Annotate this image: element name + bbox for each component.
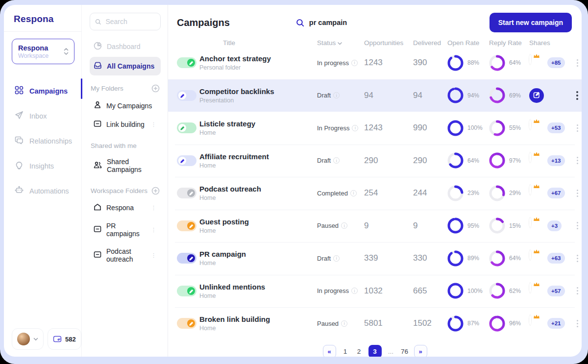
pagination-page-3[interactable]: 3: [368, 345, 382, 357]
info-icon[interactable]: i: [333, 255, 340, 262]
row-menu-icon[interactable]: [572, 287, 582, 294]
start-new-campaign-button[interactable]: Start new campaign: [490, 13, 572, 32]
campaign-toggle[interactable]: [177, 122, 196, 133]
campaign-row[interactable]: Guest posting Home Paused i 9 9 95% 15% …: [168, 210, 582, 243]
campaign-toggle[interactable]: [177, 286, 196, 296]
pagination-page-76[interactable]: 76: [400, 348, 409, 355]
donut-chart: [489, 120, 505, 136]
shares-count-badge[interactable]: +13: [547, 155, 565, 166]
avatar: [529, 185, 531, 195]
shares-count-badge[interactable]: +85: [547, 57, 565, 68]
shares-count-badge[interactable]: +3: [547, 220, 562, 231]
row-menu-icon[interactable]: [572, 255, 582, 262]
workspace-label: Workspace: [18, 52, 49, 59]
reply-rate-cell: 69%: [489, 87, 529, 103]
status-cell: Completed i: [317, 190, 364, 197]
campaign-row[interactable]: Anchor text strategy Personal folder In …: [168, 47, 582, 79]
folder-item-dashboard[interactable]: Dashboard: [90, 37, 161, 56]
info-icon[interactable]: i: [333, 157, 340, 164]
info-icon[interactable]: i: [341, 222, 347, 229]
info-icon[interactable]: i: [352, 125, 358, 131]
campaign-row[interactable]: PR campaign Home Draft i 339 330 89% 64%…: [168, 242, 582, 275]
shares-count-badge[interactable]: +21: [547, 318, 565, 329]
campaign-search[interactable]: [296, 19, 490, 27]
row-menu-icon[interactable]: [572, 320, 582, 327]
add-folder-button[interactable]: [151, 187, 160, 195]
donut-chart: [489, 55, 505, 71]
folder-search-input[interactable]: [105, 18, 155, 25]
folder-menu-icon[interactable]: ⋮: [151, 121, 157, 128]
row-menu-icon[interactable]: [572, 124, 582, 132]
campaign-toggle[interactable]: [177, 220, 196, 231]
campaign-row[interactable]: Broken link building Home Paused i 5801 …: [168, 307, 582, 340]
send-icon: [15, 111, 24, 121]
campaign-toggle[interactable]: [177, 90, 196, 101]
campaign-row[interactable]: Competitor backlinks Presentation Draft …: [168, 79, 582, 112]
col-status[interactable]: Status: [317, 39, 364, 47]
sidebar-item-inbox[interactable]: Inbox: [4, 106, 81, 126]
folder-item-pr-campaigns[interactable]: PR campaigns⋮: [90, 218, 161, 242]
folder-section-header: Workspace Folders: [91, 187, 160, 195]
shares-count-badge[interactable]: +63: [547, 253, 565, 264]
add-folder-button[interactable]: [151, 84, 160, 93]
info-icon[interactable]: i: [341, 320, 347, 327]
sidebar-item-relationships[interactable]: Relationships: [4, 131, 81, 151]
campaign-search-input[interactable]: [309, 19, 417, 26]
reply-rate-value: 97%: [509, 157, 521, 164]
sidebar-item-automations[interactable]: Automations: [4, 181, 81, 201]
campaign-folder: Home: [199, 162, 317, 169]
campaign-title: Broken link building: [199, 315, 317, 323]
row-menu-icon[interactable]: [572, 91, 582, 100]
row-menu-icon[interactable]: [572, 222, 582, 229]
campaign-toggle[interactable]: [177, 253, 196, 264]
campaign-toggle[interactable]: [177, 188, 196, 198]
row-menu-icon[interactable]: [572, 157, 582, 164]
campaign-toggle[interactable]: [177, 57, 196, 68]
row-menu-icon[interactable]: [572, 59, 582, 67]
shares-cell: +67: [529, 186, 572, 200]
row-menu-icon[interactable]: [572, 190, 582, 197]
pagination-next-button[interactable]: »: [414, 345, 427, 357]
opportunities-value: 254: [364, 188, 413, 198]
info-icon[interactable]: i: [351, 288, 358, 294]
pagination-page-1[interactable]: 1: [341, 348, 350, 355]
folder-item-all-campaigns[interactable]: All Campaigns: [90, 57, 161, 75]
campaign-folder: Home: [199, 292, 317, 299]
workspace-selector[interactable]: Respona Workspace: [12, 39, 74, 64]
pagination-page-2[interactable]: 2: [355, 348, 364, 355]
info-icon[interactable]: i: [350, 190, 357, 196]
profile-button[interactable]: [12, 328, 44, 350]
info-icon[interactable]: i: [351, 60, 358, 66]
shares-count-badge[interactable]: +53: [547, 122, 565, 133]
campaign-row[interactable]: Podcast outreach Home Completed i 254 24…: [168, 177, 582, 210]
delivered-value: 390: [413, 58, 447, 68]
folder-item-shared-campaigns[interactable]: Shared Campaigns: [90, 153, 161, 178]
sidebar-item-campaigns[interactable]: Campaigns: [4, 81, 81, 101]
folder-item-respona[interactable]: Respona⋮: [90, 199, 161, 217]
opportunities-value: 339: [364, 253, 413, 263]
credits-button[interactable]: 582: [48, 328, 81, 350]
campaign-row[interactable]: Unlinked mentions Home In progress i 103…: [168, 275, 582, 308]
delivered-value: 1502: [413, 318, 447, 328]
pagination-prev-button[interactable]: «: [323, 345, 336, 357]
campaign-toggle[interactable]: [177, 155, 196, 166]
folder-item-podcast-outreach[interactable]: Podcast outreach⋮: [90, 243, 161, 267]
edit-campaign-button[interactable]: [529, 88, 544, 103]
avatar: [529, 283, 531, 293]
shares-count-badge[interactable]: +67: [547, 188, 565, 198]
campaign-toggle[interactable]: [177, 318, 196, 329]
folder-menu-icon[interactable]: ⋮: [151, 205, 157, 211]
info-icon[interactable]: i: [333, 92, 340, 98]
folder-search[interactable]: [90, 13, 161, 30]
folder-item-my-campaigns[interactable]: My Campaigns: [90, 97, 161, 115]
folder-item-link-building[interactable]: Link building⋮: [90, 116, 161, 133]
sidebar-item-insights[interactable]: Insights: [4, 156, 81, 176]
campaign-row[interactable]: Affiliate recruitment Home Draft i 290 2…: [168, 145, 582, 177]
donut-chart: [447, 283, 464, 299]
shares-count-badge[interactable]: +57: [547, 286, 565, 296]
folder-menu-icon[interactable]: ⋮: [151, 252, 157, 259]
chevron-down-icon: [338, 39, 342, 47]
folder-menu-icon[interactable]: ⋮: [151, 227, 157, 233]
pagination-ellipsis: ...: [387, 348, 395, 355]
campaign-row[interactable]: Listicle strategy Home In Progress i 124…: [168, 112, 582, 145]
